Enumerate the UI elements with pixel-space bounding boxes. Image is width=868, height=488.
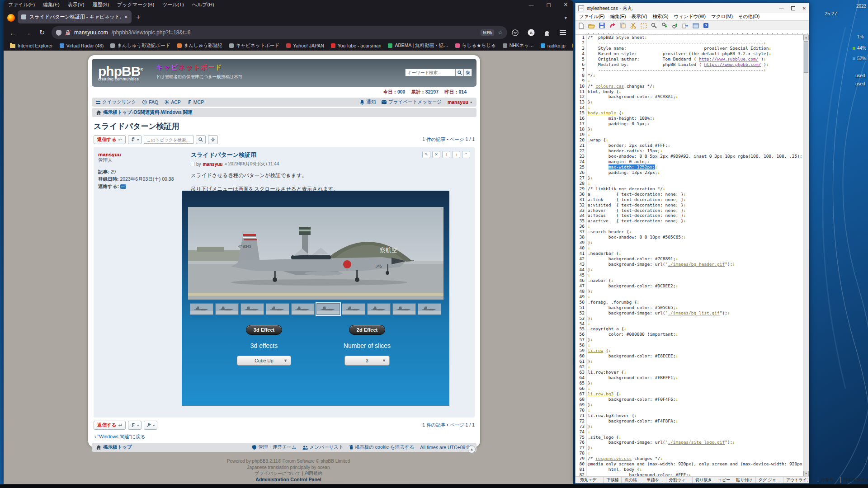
close-button[interactable]: ✕ [564,2,568,8]
active-tab[interactable]: スライドパターン検証用 - キャビネットボー ✕ [18,10,132,23]
list-tabs-chevron-icon[interactable]: ▾ [564,15,567,21]
forward-button[interactable]: → [23,29,33,37]
status-item[interactable]: 秀丸エデ… [577,477,604,483]
bookmark-item[interactable]: NHKネッ… [503,42,534,49]
slideshow-thumbnail-1[interactable] [190,303,213,315]
return-to-forum-link[interactable]: ‹ "Windows 関連"に戻る [94,434,474,440]
post-author-link[interactable]: mansyuu [98,152,179,157]
editor-minimize-button[interactable]: — [779,6,784,11]
new-tab-button[interactable]: + [136,13,140,21]
slideshow-thumbnail-10[interactable] [418,303,441,315]
slideshow-thumbnail-6[interactable] [316,303,340,315]
editor-menu-5[interactable]: マクロ(M) [711,14,733,20]
firefox-menu-2[interactable]: 表示(V) [68,1,85,8]
3d-effect-select[interactable]: Cube Up▼ [237,356,291,366]
reload-button[interactable]: ↻ [37,28,47,37]
site-title[interactable]: キャビネットボード [156,63,222,72]
user-menu[interactable]: mansyuu ▾ [448,99,472,105]
firefox-menu-5[interactable]: ツール(T) [162,1,184,8]
shield-icon[interactable] [56,30,61,36]
status-item[interactable]: 分割ウィ… [666,477,693,483]
reply-button[interactable]: 返信する↩ [94,135,126,144]
cut-icon[interactable] [629,22,637,29]
maximize-button[interactable]: ▢ [546,2,551,8]
macro-red-arrow-icon[interactable] [609,22,616,29]
jump-icon[interactable] [681,22,689,29]
search-up-icon[interactable] [671,22,679,29]
acp-link[interactable]: ACP [165,99,181,105]
footer-privacy-terms-links[interactable]: プライバシーについて | 利用規約 [4,470,573,477]
slideshow-thumbnail-9[interactable] [392,303,416,315]
firefox-menu-4[interactable]: ブックマーク(B) [117,1,154,8]
editor-menu-6[interactable]: その他(O) [738,14,760,20]
topic-tools-button[interactable]: ▾ [128,135,142,144]
delete-post-button[interactable]: ✕ [432,151,440,158]
notifications-link[interactable]: 通知 [360,99,376,105]
status-item[interactable]: 次の結… [622,477,644,483]
post-info-button[interactable]: i [452,151,460,158]
back-to-top-button[interactable]: ▲ [468,446,476,453]
bookmark-star-icon[interactable]: ☆ [498,29,503,36]
lock-insecure-icon[interactable] [65,30,71,36]
breadcrumb-home-link[interactable]: 掲示板トップ [96,109,132,116]
status-item[interactable]: アウトライン… [783,477,818,483]
mcp-link[interactable]: MCP [187,99,204,105]
editor-code[interactable]: /* phpBB3 Style Sheet↓ -----------------… [586,35,803,476]
url-bar[interactable]: mansyuu.com /phpbb3/viewtopic.php?f=18&t… [52,26,507,39]
advanced-search-button[interactable] [464,69,472,76]
new-file-icon[interactable] [577,22,585,29]
help-icon[interactable]: ? [702,22,710,29]
tab-close-icon[interactable]: ✕ [124,14,128,19]
bookmark-item[interactable]: OCN | 会員向けトップペ… [572,42,573,49]
extensions-puzzle-icon[interactable] [544,29,551,36]
slideshow-thumbnail-3[interactable] [241,303,264,315]
phpbb-logo[interactable]: phpBB® creating communities [98,63,143,81]
topic-search-button[interactable] [196,135,206,144]
editor-maximize-button[interactable] [791,6,795,10]
topic-search-settings-button[interactable] [208,135,218,144]
breadcrumb-subforum-link[interactable]: Windows 関連 [161,109,193,116]
slideshow-thumbnail-8[interactable] [367,303,391,315]
moderator-tools-button[interactable]: ▾ [144,421,157,430]
editor-menu-3[interactable]: 検索(S) [652,14,668,20]
status-item[interactable]: 行番号… [818,477,840,483]
slideshow-thumbnail-7[interactable] [342,303,365,315]
scrollbar-thumb[interactable] [804,41,808,73]
edit-post-button[interactable]: ✎ [422,151,430,158]
slideshow-thumbnail-5[interactable] [291,303,315,315]
status-item[interactable]: 日本語(Shift-JIS) [840,477,868,483]
minimize-button[interactable]: — [528,2,533,7]
firefox-menu-3[interactable]: 履歴(S) [92,1,109,8]
status-item[interactable]: 下候補 [604,477,622,483]
slices-select[interactable]: 3▼ [344,356,390,366]
reply-button-bottom[interactable]: 返信する↩ [94,421,126,430]
status-item[interactable]: 貼り付け [733,477,755,483]
editor-menu-2[interactable]: 表示(V) [631,14,647,20]
slideshow-thumbnail-4[interactable] [266,303,289,315]
topic-title[interactable]: スライドパターン検証用 [94,121,475,131]
delete-cookies-link[interactable]: 掲示板の cookie を消去する [349,444,415,450]
quote-post-button[interactable]: ” [462,151,470,158]
quick-links-button[interactable]: クイックリンク [96,99,136,105]
copy-icon[interactable] [619,22,627,29]
select-box-icon[interactable] [640,22,647,29]
bookmark-item[interactable]: Virtual Radar (46) [60,43,104,48]
firefox-menu-6[interactable]: ヘルプ(H) [192,1,214,8]
slideshow-photo-f4-phantom[interactable]: 察航空 [188,207,443,300]
bookmark-item[interactable]: YouTube - acarsman [331,43,382,48]
editor-scrollbar[interactable]: ▲ ▼ [803,35,809,476]
bookmark-item[interactable]: らじる★らじる [455,42,496,49]
split-window-icon[interactable] [692,22,699,29]
2d-effect-button[interactable]: 2d Effect [349,325,385,335]
bookmark-item[interactable]: まんしゅう彩遊記 [177,42,222,49]
editor-titlebar[interactable]: stylesheet.css - 秀丸 — ✕ [576,3,809,13]
zoom-level-badge[interactable]: 90% [481,29,494,36]
bookmark-item[interactable]: Yahoo! JAPAN [286,43,324,48]
private-messages-link[interactable]: プライベートメッセージ [382,99,442,105]
scroll-up-arrow[interactable]: ▲ [803,35,809,40]
editor-text-area[interactable]: 1234567891011121314151617181920212223242… [576,35,809,476]
status-item[interactable]: コピー [715,477,733,483]
board-index-link[interactable]: 掲示板トップ [96,444,132,450]
3d-effect-button[interactable]: 3d Effect [246,325,282,335]
topic-tools-button-bottom[interactable]: ▾ [128,421,142,430]
